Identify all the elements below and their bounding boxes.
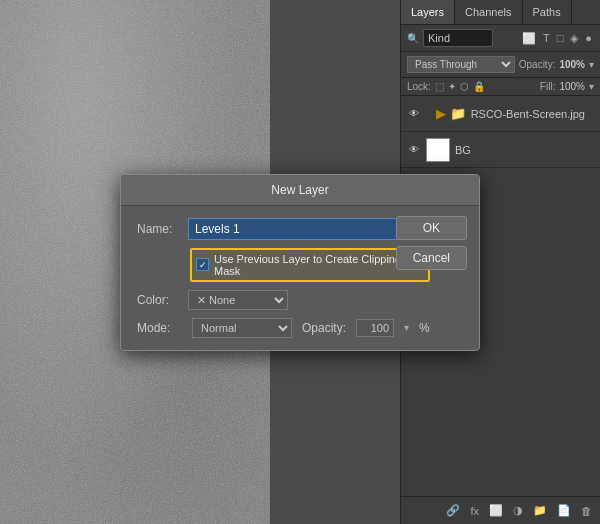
color-label: Color:	[137, 293, 182, 307]
opacity-stepper-icon[interactable]: ▾	[404, 322, 409, 333]
dialog-content: Name: ✓ Use Previous Layer to Create Cli…	[121, 206, 479, 350]
clipping-mask-checkbox[interactable]: ✓	[196, 258, 209, 271]
color-row: Color: ✕ None Red Orange Yellow Green Bl…	[137, 290, 430, 310]
mode-select[interactable]: Normal Dissolve Multiply	[192, 318, 292, 338]
dialog-overlay: New Layer Name: ✓ Use Previous Layer to …	[0, 0, 600, 524]
mode-opacity-row: Mode: Normal Dissolve Multiply Opacity: …	[137, 318, 430, 338]
name-row: Name:	[137, 218, 430, 240]
cancel-button[interactable]: Cancel	[396, 246, 467, 270]
percent-label: %	[419, 321, 430, 335]
new-layer-dialog: New Layer Name: ✓ Use Previous Layer to …	[120, 174, 480, 351]
clipping-mask-checkbox-wrapper: ✓ Use Previous Layer to Create Clipping …	[190, 248, 430, 282]
dialog-title: New Layer	[121, 175, 479, 206]
clipping-mask-row: ✓ Use Previous Layer to Create Clipping …	[137, 248, 430, 282]
name-label: Name:	[137, 222, 182, 236]
layer-name-input[interactable]	[188, 218, 430, 240]
dialog-opacity-label: Opacity:	[302, 321, 346, 335]
color-select[interactable]: ✕ None Red Orange Yellow Green Blue Viol…	[188, 290, 288, 310]
dialog-buttons: OK Cancel	[396, 216, 467, 270]
dialog-opacity-input[interactable]	[356, 319, 394, 337]
ok-button[interactable]: OK	[396, 216, 467, 240]
clipping-mask-label: Use Previous Layer to Create Clipping Ma…	[214, 253, 420, 277]
mode-label: Mode:	[137, 321, 182, 335]
